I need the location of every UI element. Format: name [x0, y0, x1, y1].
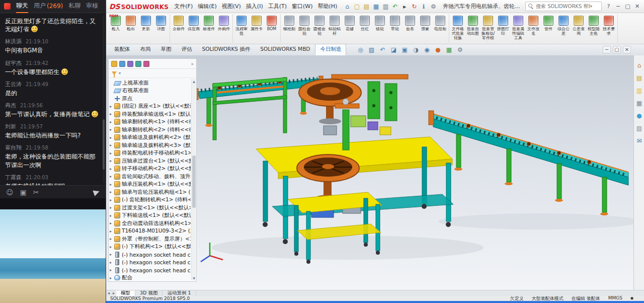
tree-item[interactable]: ▸下料输送线<1> (默认<<默认>_: [110, 212, 191, 220]
view-settings-icon[interactable]: ⚙: [456, 46, 464, 54]
command-tab-7[interactable]: 今日制造: [315, 44, 346, 55]
command-tab-5[interactable]: SOLIDWORKS 插件: [197, 44, 256, 55]
tree-flyout-icon[interactable]: »: [191, 61, 194, 66]
tree-item[interactable]: ▸轴承压装机构<1> (默认<<默认>: [110, 181, 191, 189]
options-icon[interactable]: ⚙: [429, 2, 438, 12]
ribbon-button[interactable]: PDM检入: [108, 14, 123, 43]
tree-item[interactable]: ▸齿轮间歇式移动、拨料、顶升机构: [110, 173, 191, 181]
undo-icon[interactable]: ↶: [390, 2, 399, 12]
tree-item[interactable]: ▸过渡支架<1> (默认<<默认>_)外: [110, 204, 191, 212]
chevron-down-icon[interactable]: ▾: [590, 4, 592, 9]
search-input[interactable]: [536, 4, 590, 9]
design-library-icon[interactable]: ▤: [635, 74, 643, 82]
ribbon-button[interactable]: 齿条: [403, 14, 418, 43]
forum-icon[interactable]: ✉: [635, 137, 643, 145]
tree-item[interactable]: 上视基准面: [110, 79, 191, 87]
tree-item[interactable]: 右视基准面: [110, 87, 191, 95]
command-tab-6[interactable]: SOLIDWORKS MBD: [255, 44, 315, 55]
ribbon-button[interactable]: 企标件: [171, 14, 186, 43]
zoom-fit-icon[interactable]: ◎: [356, 46, 365, 54]
tree-item[interactable]: ▸轴承输送及拨料机构<3> (默认<: [110, 141, 191, 149]
chat-tab-1[interactable]: 聊天: [16, 0, 28, 13]
ribbon-button[interactable]: 公差查询: [571, 14, 586, 43]
tree-item[interactable]: ▸(-) hexagon socket head cap s: [110, 266, 191, 274]
tab-scroll-right-icon[interactable]: ▸: [111, 291, 116, 295]
hide-show-items-icon[interactable]: ◉: [423, 46, 431, 54]
doc-tab-2[interactable]: 3D 视图: [135, 290, 163, 296]
scroll-up-icon[interactable]: ▲: [192, 79, 196, 84]
ribbon-button[interactable]: 外购件: [216, 14, 231, 43]
chat-message-list[interactable]: 反正殿里灯多了还总觉得陌生，又无端灯省林洪源21:19:10中间有BGM音赵宇杰…: [0, 13, 103, 185]
chat-scrollbar[interactable]: [103, 15, 105, 183]
feature-manager-tab[interactable]: [111, 61, 117, 67]
ribbon-button[interactable]: 文件改名: [526, 14, 541, 43]
tree-item[interactable]: ▸(-) hexagon socket head cap s: [110, 251, 191, 259]
tree-item[interactable]: ▸轴承翻转机构<1> (待料<<待: [110, 118, 191, 126]
property-manager-tab[interactable]: [119, 61, 125, 67]
command-tab-2[interactable]: 布局: [135, 44, 156, 55]
help-button[interactable]: ?: [604, 3, 613, 10]
command-tab-1[interactable]: 装配体: [109, 44, 135, 55]
print-icon[interactable]: ▥: [381, 2, 390, 12]
ribbon-button[interactable]: 花键: [342, 14, 357, 43]
doc-close-icon[interactable]: ✕: [623, 46, 631, 53]
ribbon-button[interactable]: 供应商: [186, 14, 201, 43]
image-icon[interactable]: ▣: [20, 189, 27, 196]
chat-tab-2[interactable]: 用户(269): [34, 0, 63, 13]
command-tab-4[interactable]: 评估: [177, 44, 197, 55]
section-view-icon[interactable]: ◪: [389, 46, 398, 54]
menu-item-4[interactable]: 插入(I): [244, 1, 266, 12]
tree-item[interactable]: ▸全自动震动筛选送料机构<1> (默认: [110, 219, 191, 228]
send-message-icon[interactable]: [93, 188, 100, 196]
doc-minimize-icon[interactable]: ─: [603, 46, 611, 53]
ribbon-button[interactable]: 详图: [153, 14, 169, 43]
doc-tab-3[interactable]: 运动算例 1: [163, 290, 196, 296]
doc-restore-icon[interactable]: ▢: [613, 46, 621, 53]
menu-item-6[interactable]: 窗口(W): [289, 1, 315, 12]
tree-item[interactable]: ▸压轴承过渡台<1> (默认<<默认>_: [110, 157, 191, 165]
ribbon-button[interactable]: 标准件: [201, 14, 216, 43]
menu-item-2[interactable]: 编辑(E): [195, 1, 219, 12]
maximize-button[interactable]: ▢: [623, 3, 632, 10]
filter-chevron-icon[interactable]: ▾: [119, 71, 121, 75]
ribbon-button[interactable]: 弹簧: [418, 14, 433, 43]
ribbon-button[interactable]: 流程审批: [234, 14, 249, 43]
ribbon-button[interactable]: 电控柜: [433, 14, 448, 43]
tree-item[interactable]: ▸(固定) 底座<1> (默认<<默认>_: [110, 103, 191, 111]
display-manager-tab[interactable]: [143, 61, 149, 67]
menu-item-5[interactable]: 工具(T): [266, 1, 289, 12]
tree-item[interactable]: ▸转子移动机构<2> (默认<<默认>_: [110, 165, 191, 173]
ribbon-button[interactable]: 拼图打印: [496, 14, 511, 43]
close-button[interactable]: ✕: [632, 3, 642, 10]
tree-item[interactable]: ▸轴承翻转机构<2> (待料<<待: [110, 126, 191, 134]
solidworks-resources-icon[interactable]: ⌂: [635, 61, 643, 69]
ribbon-button[interactable]: 检出: [123, 14, 138, 43]
tree-scrollbar-thumb[interactable]: [192, 156, 196, 208]
tree-filter-row[interactable]: ▾: [109, 69, 196, 78]
ribbon-button[interactable]: 批量自动出图: [465, 14, 480, 43]
search-box[interactable]: ▾: [525, 2, 602, 11]
previous-view-icon[interactable]: ↶: [378, 46, 387, 54]
open-file-icon[interactable]: ▤: [362, 2, 371, 12]
new-file-icon[interactable]: ▢: [352, 2, 361, 12]
ribbon-button[interactable]: 蜗轮蜗杆: [327, 14, 342, 43]
tree-item[interactable]: ▸待装配电机转子移动机构<1> (默: [110, 149, 191, 158]
ribbon-button[interactable]: 技术要求: [601, 14, 616, 43]
tree-item[interactable]: ▸T160418-M01U09-3<2> (默认: [110, 228, 191, 236]
emoji-icon[interactable]: ☺: [6, 189, 14, 196]
file-explorer-icon[interactable]: ▥: [635, 87, 643, 95]
tree-scrollbar[interactable]: ▲ ▼: [191, 79, 196, 280]
tree-item[interactable]: ▸轴承输送及拨料机构<2> (默认<: [110, 134, 191, 142]
chat-input[interactable]: [0, 198, 106, 209]
custom-properties-icon[interactable]: ▨: [635, 124, 643, 132]
scroll-down-icon[interactable]: ▼: [192, 276, 196, 280]
menu-item-7[interactable]: 帮助(H): [315, 1, 340, 12]
ribbon-button[interactable]: 模型随主色: [586, 14, 601, 43]
ribbon-button[interactable]: 管件: [541, 14, 556, 43]
tab-scroll-left-icon[interactable]: ◂: [106, 291, 111, 295]
ribbon-button[interactable]: 批量属性编辑工具: [511, 14, 526, 43]
screenshot-icon[interactable]: ✂: [33, 189, 39, 196]
ribbon-button[interactable]: 文件格式批量转换: [450, 14, 465, 43]
menu-item-3[interactable]: 视图(V): [219, 1, 244, 12]
ribbon-button[interactable]: 圆柱齿轮: [297, 14, 312, 43]
